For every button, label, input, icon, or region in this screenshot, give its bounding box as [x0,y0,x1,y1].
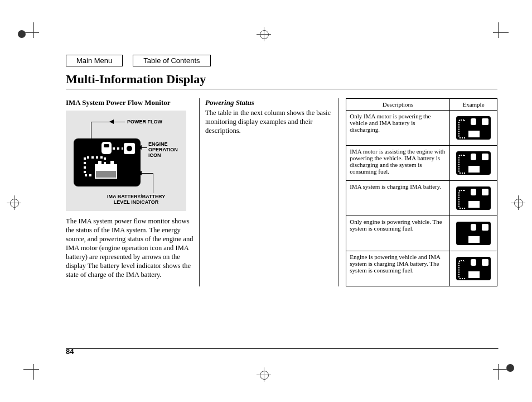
corner-mark [486,357,509,380]
display-example-icon [456,257,491,280]
leader-line [142,173,153,174]
page-nav: Main Menu Table of Contents [66,55,497,66]
svg-rect-7 [110,161,114,164]
leader-line [91,122,91,138]
svg-rect-0 [101,142,112,154]
table-cell-desc: Only engine is powering vehicle. The sys… [346,216,450,251]
table-cell-example [450,181,497,216]
label-power-flow: POWER FLOW [127,119,162,125]
leader-line [91,122,114,122]
corner-mark [486,22,509,45]
toc-button[interactable]: Table of Contents [133,55,210,66]
column-2: Powering Status The table in the next co… [199,98,339,286]
section-body: The IMA system power flow monitor shows … [66,217,194,279]
registration-mark-icon [14,27,29,41]
table-row: IMA motor is assisting the engine with p… [346,146,497,181]
power-flow-diagram: POWER FLOW ENGINE OPERATION ICON IMA BAT… [66,111,186,211]
table-cell-example [450,216,497,251]
title-rule [66,89,497,89]
display-example-icon [456,222,491,245]
column-3: Descriptions Example Only IMA motor is p… [339,98,497,286]
dashboard-icon [74,138,141,186]
corner-mark [23,357,46,380]
display-example-icon [456,151,491,175]
display-example-icon [456,186,491,210]
section-heading: IMA System Power Flow Monitor [66,98,194,107]
label-engine-icon: ENGINE OPERATION ICON [148,142,178,159]
registration-mark-icon [511,195,525,210]
table-cell-desc: IMA motor is assisting the engine with p… [346,146,450,181]
table-head-example: Example [450,99,497,111]
main-menu-button[interactable]: Main Menu [66,55,123,66]
registration-mark-icon [7,195,21,210]
label-battery-indicator: IMA BATTERY/BATTERY LEVEL INDICATOR [107,194,165,205]
table-row: Engine is powering vehicle and IMA syste… [346,251,497,286]
column-1: IMA System Power Flow Monitor POWER FLOW… [66,98,199,286]
svg-point-3 [127,146,132,151]
svg-rect-6 [98,161,101,164]
corner-mark [23,22,46,45]
powering-status-body: The table in the next column shows the b… [205,108,333,135]
svg-rect-1 [104,144,109,147]
registration-mark-icon [257,27,271,41]
footer-rule [66,348,499,350]
svg-rect-5 [96,171,116,178]
table-cell-desc: Only IMA motor is powering the vehicle a… [346,111,450,146]
page-title: Multi-Information Display [66,72,497,87]
leader-line [153,173,153,193]
table-cell-example [450,251,497,286]
registration-mark-icon [503,361,518,375]
table-cell-desc: Engine is powering vehicle and IMA syste… [346,251,450,286]
table-row: Only IMA motor is powering the vehicle a… [346,111,497,146]
powering-status-heading: Powering Status [205,98,333,107]
table-row: IMA system is charging IMA battery. [346,181,497,216]
page-number: 84 [66,347,74,356]
leader-line [114,122,125,122]
leader-line [142,147,147,148]
table-cell-example [450,111,497,146]
table-row: Only engine is powering vehicle. The sys… [346,216,497,251]
table-cell-desc: IMA system is charging IMA battery. [346,181,450,216]
table-head-descriptions: Descriptions [346,99,450,111]
display-example-icon [456,116,491,140]
table-cell-example [450,146,497,181]
registration-mark-icon [257,367,271,382]
descriptions-table: Descriptions Example Only IMA motor is p… [346,98,497,286]
